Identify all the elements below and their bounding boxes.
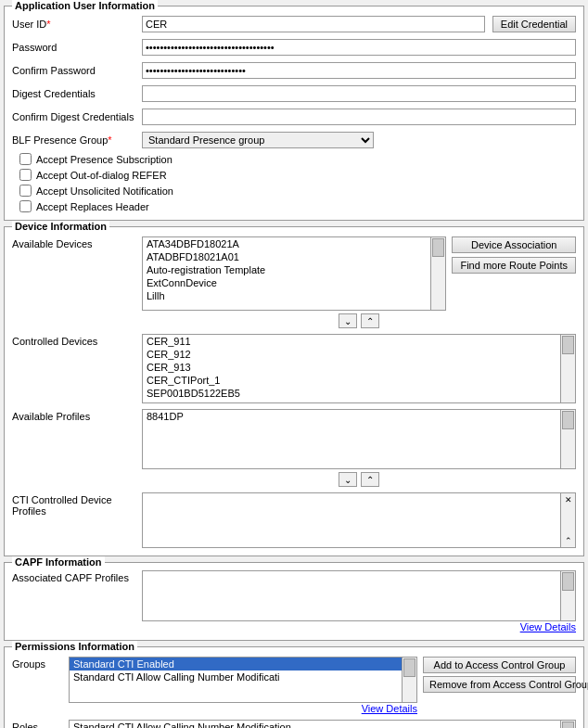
capf-info-title: CAPF Information (12, 556, 105, 568)
list-item[interactable]: Auto-registration Template (143, 263, 430, 276)
accept-replaces-label: Accept Replaces Header (36, 201, 149, 212)
groups-listbox[interactable]: Standard CTI Enabled Standard CTI Allow … (69, 657, 403, 703)
roles-row: Roles Standard CTI Allow Calling Number … (12, 720, 576, 728)
permissions-info-section: Permissions Information Groups Standard … (4, 646, 584, 728)
available-devices-label: Available Devices (12, 236, 142, 249)
controlled-devices-row: Controlled Devices CER_911 CER_912 CER_9… (12, 334, 576, 403)
accept-replaces-checkbox[interactable] (19, 200, 32, 212)
cti-controlled-listbox[interactable] (142, 492, 561, 548)
list-item[interactable]: CER_913 (143, 361, 560, 374)
profiles-move-up-icon[interactable]: ⌃ (361, 472, 379, 487)
available-profiles-arrows: ⌄ ⌃ (142, 472, 576, 487)
capf-info-section: CAPF Information Associated CAPF Profile… (4, 562, 584, 641)
accept-unsolicited-row: Accept Unsolicited Notification (12, 185, 576, 197)
accept-presence-label: Accept Presence Subscription (36, 154, 173, 165)
available-profiles-content: 8841DP ⌄ ⌃ (142, 409, 576, 487)
capf-listbox[interactable] (142, 570, 561, 621)
userid-input[interactable] (142, 16, 485, 32)
confirm-password-input[interactable] (142, 62, 576, 79)
list-item[interactable]: CER_912 (143, 348, 560, 361)
available-profiles-row: Available Profiles 8841DP ⌄ ⌃ (12, 409, 576, 487)
accept-presence-row: Accept Presence Subscription (12, 153, 576, 165)
accept-out-of-dialog-checkbox[interactable] (19, 169, 32, 181)
digest-credentials-input[interactable] (142, 85, 576, 102)
app-user-info-section: Application User Information User ID* Ed… (4, 6, 584, 221)
userid-row: User ID* Edit Credential (12, 15, 576, 33)
available-profiles-label: Available Profiles (12, 409, 142, 422)
list-item[interactable]: CER_CTIPort_1 (143, 374, 560, 387)
capf-view-details-link[interactable]: View Details (142, 621, 576, 632)
groups-content: Standard CTI Enabled Standard CTI Allow … (69, 657, 417, 714)
available-devices-row: Available Devices ATA34DBFD18021A ATADBF… (12, 236, 576, 328)
list-item[interactable]: ExtConnDevice (143, 276, 430, 289)
profiles-move-down-icon[interactable]: ⌄ (339, 472, 357, 487)
available-devices-listbox[interactable]: ATA34DBFD18021A ATADBFD18021A01 Auto-reg… (142, 236, 431, 311)
confirm-digest-label: Confirm Digest Credentials (12, 111, 142, 122)
add-to-access-control-group-button[interactable]: Add to Access Control Group (423, 657, 576, 673)
list-item[interactable]: CER_911 (143, 335, 560, 348)
roles-label: Roles (12, 720, 63, 728)
blf-presence-select-group: Standard Presence group (142, 132, 374, 148)
list-item[interactable]: 8841DP (143, 410, 560, 423)
move-up-icon[interactable]: ⌃ (361, 313, 379, 328)
remove-from-access-control-group-button[interactable]: Remove from Access Control Group (423, 676, 576, 693)
available-devices-listbox-wrapper: ATA34DBFD18021A ATADBFD18021A01 Auto-reg… (142, 236, 446, 311)
capf-scrollbar[interactable] (561, 570, 576, 621)
groups-view-details-link[interactable]: View Details (69, 703, 417, 714)
accept-presence-checkbox[interactable] (19, 153, 32, 165)
controlled-devices-listbox-wrapper: CER_911 CER_912 CER_913 CER_CTIPort_1 SE… (142, 334, 576, 403)
device-association-button[interactable]: Device Association (452, 236, 576, 253)
controlled-devices-label: Controlled Devices (12, 334, 142, 347)
list-item[interactable]: Standard CTI Allow Calling Number Modifi… (70, 721, 560, 728)
groups-scrollbar[interactable] (403, 657, 417, 703)
capf-listbox-wrapper (142, 570, 576, 621)
list-item[interactable]: SEP001BD5122EB5 (143, 387, 560, 400)
list-item[interactable]: Lillh (143, 289, 430, 302)
accept-replaces-row: Accept Replaces Header (12, 200, 576, 212)
password-row: Password (12, 38, 576, 57)
list-item[interactable]: Standard CTI Allow Calling Number Modifi… (70, 671, 402, 683)
device-info-section: Device Information Available Devices ATA… (4, 226, 584, 556)
available-devices-content: ATA34DBFD18021A ATADBFD18021A01 Auto-reg… (142, 236, 576, 328)
accept-unsolicited-checkbox[interactable] (19, 185, 32, 197)
controlled-devices-content: CER_911 CER_912 CER_913 CER_CTIPort_1 SE… (142, 334, 576, 403)
roles-scrollbar[interactable] (561, 720, 576, 728)
cti-controlled-scrollbar[interactable]: ✕ ⌃ (561, 492, 576, 548)
controlled-devices-scrollbar[interactable] (561, 334, 576, 403)
available-profiles-scrollbar[interactable] (561, 409, 576, 469)
userid-label: User ID* (12, 19, 142, 30)
move-down-icon[interactable]: ⌄ (339, 313, 357, 328)
blf-presence-row: BLF Presence Group* Standard Presence gr… (12, 131, 576, 149)
list-item[interactable]: ATA34DBFD18021A (143, 237, 430, 250)
confirm-password-row: Confirm Password (12, 61, 576, 80)
device-info-title: Device Information (12, 221, 109, 232)
password-input[interactable] (142, 39, 576, 56)
cti-controlled-label: CTI Controlled Device Profiles (12, 492, 142, 517)
confirm-digest-row: Confirm Digest Credentials (12, 108, 576, 126)
digest-credentials-label: Digest Credentials (12, 88, 142, 99)
cti-controlled-row: CTI Controlled Device Profiles ✕ ⌃ (12, 492, 576, 548)
edit-credential-button[interactable]: Edit Credential (492, 16, 576, 32)
password-label: Password (12, 42, 142, 53)
blf-presence-select[interactable]: Standard Presence group (142, 132, 374, 148)
find-more-route-points-button[interactable]: Find more Route Points (452, 257, 576, 274)
digest-credentials-row: Digest Credentials (12, 84, 576, 103)
capf-content: View Details (142, 570, 576, 632)
cti-controlled-content: ✕ ⌃ (142, 492, 576, 548)
device-action-buttons: Device Association Find more Route Point… (452, 236, 576, 311)
confirm-digest-input[interactable] (142, 109, 576, 125)
permissions-info-title: Permissions Information (12, 641, 137, 652)
accept-out-of-dialog-row: Accept Out-of-dialog REFER (12, 169, 576, 181)
associated-capf-label: Associated CAPF Profiles (12, 570, 142, 583)
available-profiles-listbox[interactable]: 8841DP (142, 409, 561, 469)
cti-controlled-listbox-wrapper: ✕ ⌃ (142, 492, 576, 548)
controlled-devices-listbox[interactable]: CER_911 CER_912 CER_913 CER_CTIPort_1 SE… (142, 334, 561, 403)
roles-listbox[interactable]: Standard CTI Allow Calling Number Modifi… (69, 720, 561, 728)
available-devices-scrollbar[interactable] (431, 236, 446, 311)
associated-capf-row: Associated CAPF Profiles View Details (12, 570, 576, 632)
app-user-info-title: Application User Information (12, 0, 158, 11)
list-item[interactable]: Standard CTI Enabled (70, 658, 402, 671)
list-item[interactable]: ATADBFD18021A01 (143, 250, 430, 263)
roles-listbox-wrapper: Standard CTI Allow Calling Number Modifi… (69, 720, 576, 728)
blf-presence-label: BLF Presence Group* (12, 134, 142, 146)
